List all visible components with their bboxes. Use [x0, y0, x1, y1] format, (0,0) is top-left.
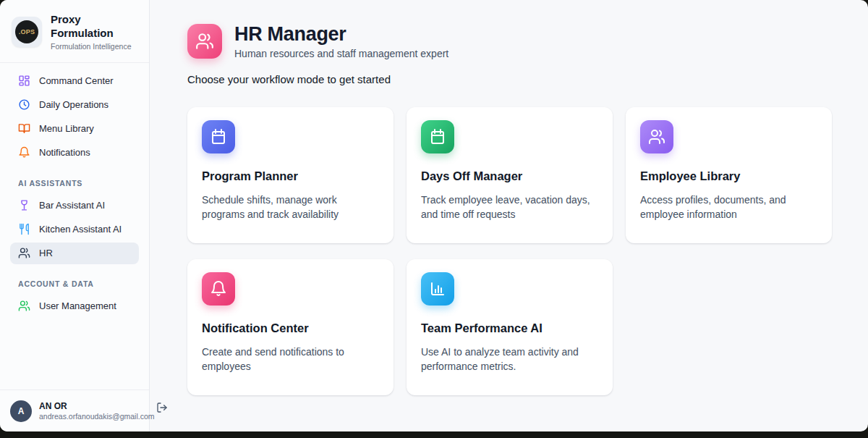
bell-icon — [18, 146, 30, 159]
card-title: Notification Center — [202, 321, 379, 335]
sidebar-item-label: Notifications — [39, 147, 90, 158]
sidebar-item-label: Daily Operations — [39, 99, 109, 110]
card-title: Team Performance AI — [421, 321, 598, 335]
hr-manager-icon — [187, 24, 222, 59]
users-icon — [195, 32, 214, 51]
sidebar-item-bar-assistant-ai[interactable]: Bar Assistant AI — [10, 195, 139, 216]
app-window: .OPS Proxy Formulation Formulation Intel… — [0, 0, 868, 431]
ops-logo-icon: .OPS — [15, 20, 38, 43]
sidebar-item-notifications[interactable]: Notifications — [10, 142, 139, 164]
brand-logo: .OPS — [12, 17, 42, 47]
bar-chart-icon — [421, 272, 454, 306]
user-name: AN OR — [39, 401, 155, 411]
users-icon — [640, 120, 673, 153]
sidebar-nav: Command Center Daily Operations Menu Lib… — [0, 63, 149, 390]
card-employee-library[interactable]: Employee Library Access profiles, docume… — [626, 107, 832, 243]
section-label-account-data: ACCOUNT & DATA — [10, 279, 139, 288]
card-title: Employee Library — [640, 169, 817, 183]
clock-icon — [18, 98, 30, 111]
sidebar-item-label: Kitchen Assistant AI — [39, 224, 122, 235]
sidebar-item-hr[interactable]: HR — [10, 243, 139, 264]
sidebar-item-daily-operations[interactable]: Daily Operations — [10, 94, 139, 116]
sidebar-item-label: Command Center — [39, 75, 114, 86]
log-out-icon — [156, 402, 168, 413]
card-description: Use AI to analyze team activity and perf… — [421, 345, 598, 374]
open-book-icon — [18, 122, 30, 135]
calendar-icon — [421, 120, 454, 153]
calendar-icon — [202, 120, 235, 153]
martini-glass-icon — [18, 199, 30, 211]
brand-subtitle: Formulation Intelligence — [51, 42, 137, 51]
sidebar-item-user-management[interactable]: User Management — [10, 295, 139, 317]
sidebar-item-kitchen-assistant-ai[interactable]: Kitchen Assistant AI — [10, 219, 139, 240]
brand-title: Proxy Formulation — [51, 13, 137, 41]
card-description: Schedule shifts, manage work programs an… — [202, 193, 379, 222]
sidebar-item-label: Bar Assistant AI — [39, 200, 105, 211]
users-icon — [18, 300, 30, 312]
card-program-planner[interactable]: Program Planner Schedule shifts, manage … — [187, 107, 393, 243]
user-email: andreas.orfanoudakis@gmail.com — [39, 412, 155, 421]
sidebar-item-label: Menu Library — [39, 123, 94, 134]
card-title: Days Off Manager — [421, 169, 598, 183]
card-team-performance-ai[interactable]: Team Performance AI Use AI to analyze te… — [407, 259, 613, 395]
sidebar-item-label: User Management — [39, 300, 116, 311]
users-icon — [18, 247, 30, 259]
main-content: HR Manager Human resources and staff man… — [150, 0, 868, 431]
avatar: A — [10, 400, 32, 422]
card-title: Program Planner — [202, 169, 379, 183]
logout-button[interactable] — [156, 402, 168, 416]
page-title: HR Manager — [234, 23, 448, 46]
user-profile[interactable]: A AN OR andreas.orfanoudakis@gmail.com — [0, 389, 149, 431]
page-header: HR Manager Human resources and staff man… — [187, 23, 839, 59]
workflow-prompt: Choose your workflow mode to get started — [187, 73, 839, 85]
card-description: Create and send notifications to employe… — [202, 345, 379, 374]
card-notification-center[interactable]: Notification Center Create and send noti… — [187, 259, 393, 395]
sidebar-item-label: HR — [39, 248, 53, 258]
bell-icon — [202, 272, 235, 306]
page-subtitle: Human resources and staff management exp… — [234, 48, 448, 59]
section-label-ai-assistants: AI ASSISTANTS — [10, 179, 139, 188]
card-description: Track employee leave, vacation days, and… — [421, 193, 598, 222]
workflow-cards-grid: Program Planner Schedule shifts, manage … — [187, 107, 839, 395]
brand-header: .OPS Proxy Formulation Formulation Intel… — [0, 0, 149, 63]
dashboard-grid-icon — [18, 75, 30, 87]
sidebar-item-command-center[interactable]: Command Center — [10, 70, 139, 92]
utensils-icon — [18, 223, 30, 235]
card-days-off-manager[interactable]: Days Off Manager Track employee leave, v… — [407, 107, 613, 243]
sidebar: .OPS Proxy Formulation Formulation Intel… — [0, 0, 150, 431]
card-description: Access profiles, documents, and employee… — [640, 193, 817, 222]
sidebar-item-menu-library[interactable]: Menu Library — [10, 118, 139, 140]
